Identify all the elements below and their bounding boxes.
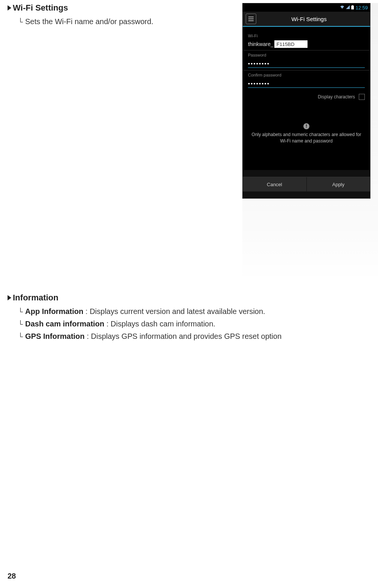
page-number: 28	[8, 572, 16, 580]
signal-icon	[346, 5, 350, 10]
app-header-title: Wi-Fi Settings	[262, 16, 367, 22]
svg-rect-0	[351, 6, 354, 9]
app-info-label: App Information	[25, 307, 83, 315]
form-body: Wi-Fi thinkware_ Password Confirm passwo…	[243, 27, 370, 170]
info-section-title: Information	[13, 293, 58, 303]
confirm-password-label: Confirm password	[248, 73, 365, 77]
warning-text: Only alphabets and numeric characters ar…	[248, 132, 365, 144]
info-item-gps: └ GPS Information : Displays GPS informa…	[18, 332, 370, 341]
password-label: Password	[248, 53, 365, 57]
confirm-password-input[interactable]	[248, 80, 365, 88]
wifi-label: Wi-Fi	[248, 34, 365, 38]
wifi-prefix: thinkware_	[248, 41, 274, 47]
battery-icon	[351, 5, 354, 10]
spacer	[243, 191, 370, 198]
wifi-description: Sets the Wi-Fi name and/or password.	[25, 17, 153, 26]
status-bar: 12:59	[243, 3, 370, 12]
phone-mockup: 12:59 Wi-Fi Settings Wi-Fi thinkware_	[242, 3, 370, 199]
display-characters-label: Display characters	[318, 94, 355, 100]
triangle-icon	[8, 295, 11, 300]
status-time: 12:59	[355, 5, 368, 11]
display-characters-row: Display characters	[248, 94, 365, 100]
wifi-name-input[interactable]	[274, 40, 308, 48]
dashcam-info-label: Dash cam information	[25, 320, 104, 328]
dashcam-info-desc: : Displays dash cam information.	[106, 320, 215, 328]
svg-rect-1	[352, 5, 353, 6]
display-characters-checkbox[interactable]	[359, 94, 365, 100]
menu-button[interactable]	[246, 14, 256, 24]
wifi-settings-header: Wi-Fi Settings	[8, 3, 242, 13]
spacer	[243, 170, 370, 177]
wifi-name-row: thinkware_	[248, 40, 365, 48]
wifi-icon	[340, 5, 344, 10]
gps-info-label: GPS Information	[25, 332, 85, 340]
app-info-desc: : Displays current version and latest av…	[86, 307, 265, 315]
apply-button[interactable]: Apply	[307, 177, 370, 191]
info-item-dashcam: └ Dash cam information : Displays dash c…	[18, 320, 370, 328]
corner-icon: └	[18, 18, 23, 25]
corner-icon: └	[18, 321, 23, 328]
button-row: Cancel Apply	[243, 177, 370, 191]
gps-info-desc: : Displays GPS information and provides …	[87, 332, 282, 340]
wifi-description-row: └ Sets the Wi-Fi name and/or password.	[18, 17, 242, 26]
warning-block: ! Only alphabets and numeric characters …	[248, 122, 365, 144]
info-item-app: └ App Information : Displays current ver…	[18, 307, 370, 316]
app-header: Wi-Fi Settings	[243, 12, 370, 27]
warning-icon: !	[303, 123, 309, 129]
corner-icon: └	[18, 308, 23, 315]
information-header: Information	[8, 293, 370, 303]
password-input[interactable]	[248, 60, 365, 68]
triangle-icon	[8, 5, 11, 11]
wifi-section-title: Wi-Fi Settings	[13, 3, 68, 13]
divider	[243, 70, 370, 70]
cancel-button[interactable]: Cancel	[243, 177, 307, 191]
divider	[243, 50, 370, 51]
corner-icon: └	[18, 333, 23, 340]
